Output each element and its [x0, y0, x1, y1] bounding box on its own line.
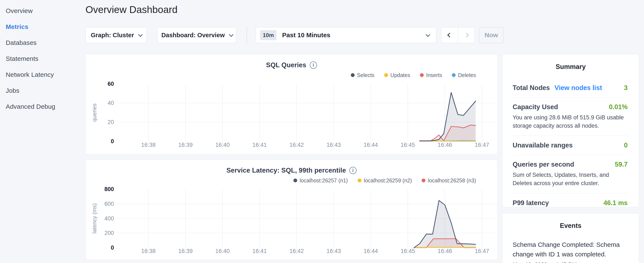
legend-dot-icon [294, 178, 297, 182]
svg-text:16:44: 16:44 [364, 142, 378, 148]
svg-text:16:46: 16:46 [438, 248, 452, 254]
time-range-selector[interactable]: 10m Past 10 Minutes [256, 27, 436, 43]
svg-text:16:38: 16:38 [141, 248, 156, 254]
svg-text:16:43: 16:43 [326, 248, 341, 254]
svg-text:16:40: 16:40 [216, 248, 230, 254]
chart-legend: localhost:26257 (n1)localhost:26259 (n2)… [86, 177, 476, 184]
time-range-label: Past 10 Minutes [282, 32, 330, 39]
dashboard-dropdown[interactable]: Dashboard: Overview [157, 27, 236, 43]
event-timestamp: May 13, 2020 at 4:45 PM [512, 261, 629, 263]
time-step-forward-button[interactable] [458, 28, 474, 43]
chevron-left-icon [447, 33, 452, 38]
info-icon[interactable]: i [310, 62, 317, 69]
summary-row-label: Unavailable ranges [512, 141, 573, 149]
summary-row-label: P99 latency [512, 199, 549, 207]
summary-row-value: 3 [624, 84, 628, 92]
summary-row-queries-per-second: Queries per second 59.7 Sum of Selects, … [512, 155, 628, 193]
svg-text:400: 400 [104, 215, 114, 222]
summary-row-label: Capacity Used [512, 103, 558, 111]
controls-divider [247, 26, 247, 44]
legend-dot-icon [384, 73, 388, 77]
sql-queries-chart-card: SQL Queries i SelectsUpdatesInsertsDelet… [86, 54, 498, 154]
sidebar-item-databases[interactable]: Databases [6, 35, 83, 51]
svg-text:200: 200 [104, 230, 114, 236]
chart-title: SQL Queries [266, 61, 306, 69]
summary-panel: Summary Total Nodes View nodes list 3 Ca… [502, 54, 639, 207]
svg-text:60: 60 [108, 81, 114, 87]
chevron-down-icon [229, 32, 234, 37]
service-latency-chart-canvas[interactable]: 16:3816:3916:4016:4116:4216:4316:4416:45… [86, 185, 497, 257]
summary-row-unavailable-ranges: Unavailable ranges 0 [512, 136, 628, 155]
legend-label: localhost:26258 (n3) [428, 177, 476, 184]
summary-row-value: 59.7 [615, 161, 628, 168]
now-button[interactable]: Now [479, 27, 504, 43]
sidebar-item-network-latency[interactable]: Network Latency [6, 67, 83, 83]
legend-label: Deletes [458, 72, 476, 78]
chart-title: Service Latency: SQL, 99th percentile [226, 167, 346, 174]
sidebar-item-jobs[interactable]: Jobs [6, 83, 83, 99]
legend-dot-icon [422, 178, 426, 182]
legend-item: localhost:26258 (n3) [422, 177, 476, 184]
dashboard-dropdown-label: Dashboard: Overview [161, 32, 225, 39]
view-nodes-list-link[interactable]: View nodes list [554, 84, 602, 92]
legend-item: Selects [351, 72, 374, 78]
sql-queries-chart-canvas[interactable]: 16:3816:3916:4016:4116:4216:4316:4416:45… [86, 80, 497, 150]
svg-text:20: 20 [108, 119, 114, 125]
legend-dot-icon [358, 178, 362, 182]
svg-text:16:47: 16:47 [475, 142, 489, 148]
summary-row-p99-latency: P99 latency 46.1 ms [512, 193, 628, 212]
graph-scope-dropdown[interactable]: Graph: Cluster [86, 27, 147, 43]
legend-label: Updates [390, 72, 410, 78]
legend-label: Selects [357, 72, 374, 78]
event-list-item: Schema Change Completed: Schema change w… [512, 240, 629, 263]
sidebar-item-advanced-debug[interactable]: Advanced Debug [6, 99, 83, 115]
service-latency-chart-card: Service Latency: SQL, 99th percentile i … [86, 160, 498, 260]
legend-label: localhost:26257 (n1) [300, 177, 348, 184]
summary-row-description: You are using 28.6 MiB of 515.9 GiB usab… [512, 113, 628, 130]
legend-label: localhost:26259 (n2) [364, 177, 412, 184]
summary-row-label: Queries per second [512, 161, 574, 168]
chevron-down-icon [426, 32, 430, 37]
legend-item: Inserts [420, 72, 442, 78]
svg-text:40: 40 [108, 100, 114, 106]
svg-text:16:47: 16:47 [475, 248, 489, 254]
graph-scope-dropdown-label: Graph: Cluster [91, 32, 134, 39]
legend-dot-icon [452, 73, 456, 77]
legend-item: localhost:26259 (n2) [358, 177, 412, 184]
time-range-badge: 10m [260, 30, 276, 40]
chevron-down-icon [138, 32, 143, 37]
controls-row: Graph: Cluster Dashboard: Overview 10m P… [86, 27, 511, 43]
svg-text:16:39: 16:39 [178, 142, 193, 148]
svg-text:16:46: 16:46 [438, 142, 452, 148]
svg-text:queries: queries [91, 103, 98, 122]
sidebar-item-metrics[interactable]: Metrics [6, 19, 83, 35]
summary-row-value: 46.1 ms [604, 199, 628, 207]
svg-text:16:42: 16:42 [289, 142, 304, 148]
overview-dashboard-page: Overview Metrics Databases Statements Ne… [0, 0, 644, 263]
chart-legend: SelectsUpdatesInsertsDeletes [86, 72, 476, 79]
svg-text:16:45: 16:45 [400, 142, 415, 148]
page-title: Overview Dashboard [86, 4, 178, 15]
info-icon[interactable]: i [349, 167, 356, 174]
svg-text:16:40: 16:40 [216, 142, 230, 148]
chevron-right-icon [464, 33, 469, 38]
sidebar-item-overview[interactable]: Overview [6, 3, 83, 19]
summary-row-capacity-used: Capacity Used 0.01% You are using 28.6 M… [512, 97, 628, 136]
svg-text:16:45: 16:45 [400, 248, 415, 254]
time-step-buttons [441, 27, 475, 43]
svg-text:16:41: 16:41 [252, 248, 267, 254]
summary-title: Summary [502, 55, 639, 71]
summary-row-label: Total Nodes [512, 84, 550, 92]
legend-dot-icon [351, 73, 355, 77]
sidebar: Overview Metrics Databases Statements Ne… [0, 0, 83, 263]
svg-text:16:41: 16:41 [252, 142, 267, 148]
svg-text:16:42: 16:42 [289, 248, 304, 254]
legend-label: Inserts [426, 72, 442, 78]
svg-text:16:43: 16:43 [326, 142, 341, 148]
svg-text:0: 0 [111, 138, 114, 144]
svg-text:16:38: 16:38 [141, 142, 156, 148]
legend-dot-icon [420, 73, 424, 77]
sidebar-item-statements[interactable]: Statements [6, 51, 83, 67]
summary-row-total-nodes: Total Nodes View nodes list 3 [512, 78, 628, 97]
time-step-back-button[interactable] [442, 28, 458, 43]
